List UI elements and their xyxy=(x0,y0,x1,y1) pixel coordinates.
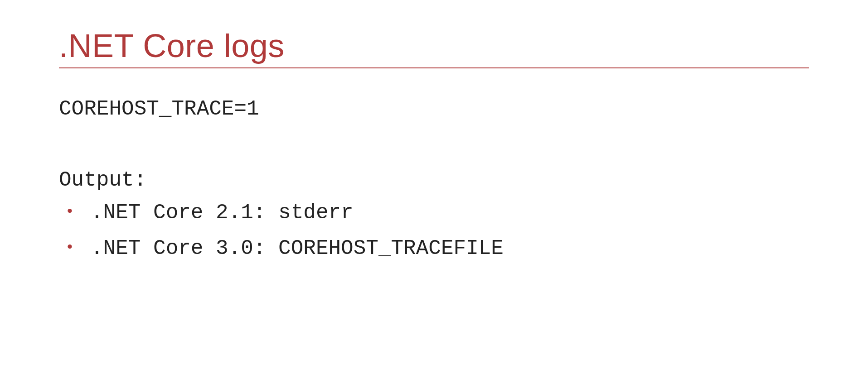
bullet-list: .NET Core 2.1: stderr .NET Core 3.0: COR… xyxy=(59,200,809,262)
list-item: .NET Core 3.0: COREHOST_TRACEFILE xyxy=(59,236,809,262)
slide-title: .NET Core logs xyxy=(59,27,809,65)
title-underline xyxy=(59,67,809,68)
env-var-line: COREHOST_TRACE=1 xyxy=(59,96,809,123)
output-label: Output: xyxy=(59,168,809,194)
list-item: .NET Core 2.1: stderr xyxy=(59,200,809,226)
slide-body: COREHOST_TRACE=1 Output: .NET Core 2.1: … xyxy=(59,96,809,262)
slide: .NET Core logs COREHOST_TRACE=1 Output: … xyxy=(0,0,868,374)
